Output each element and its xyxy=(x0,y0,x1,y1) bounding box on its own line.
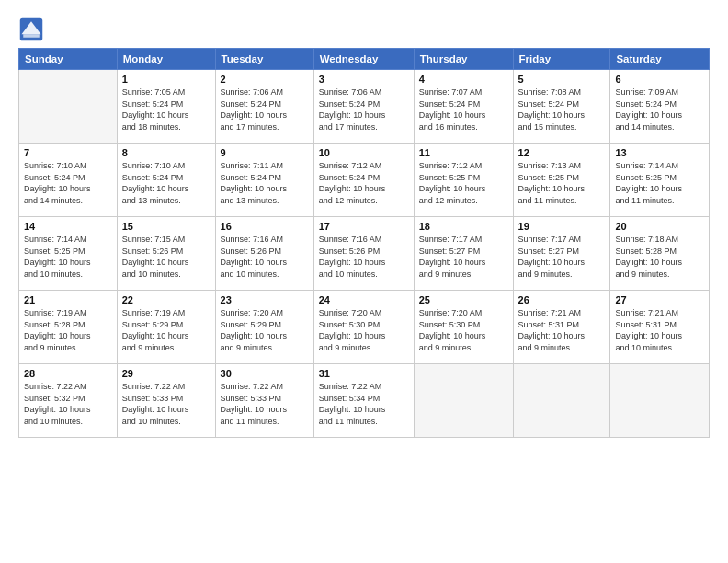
day-number: 26 xyxy=(518,294,606,305)
calendar-cell: 2Sunrise: 7:06 AM Sunset: 5:24 PM Daylig… xyxy=(215,70,313,144)
calendar-cell: 6Sunrise: 7:09 AM Sunset: 5:24 PM Daylig… xyxy=(610,70,710,144)
day-info: Sunrise: 7:20 AM Sunset: 5:30 PM Dayligh… xyxy=(319,307,409,353)
calendar-cell: 16Sunrise: 7:16 AM Sunset: 5:26 PM Dayli… xyxy=(215,217,313,291)
calendar-cell: 17Sunrise: 7:16 AM Sunset: 5:26 PM Dayli… xyxy=(313,217,414,291)
header xyxy=(18,17,710,42)
calendar-cell: 9Sunrise: 7:11 AM Sunset: 5:24 PM Daylig… xyxy=(215,144,313,217)
calendar-cell: 15Sunrise: 7:15 AM Sunset: 5:26 PM Dayli… xyxy=(117,217,215,291)
day-number: 16 xyxy=(221,221,309,232)
day-info: Sunrise: 7:12 AM Sunset: 5:25 PM Dayligh… xyxy=(419,160,508,206)
calendar-cell: 31Sunrise: 7:22 AM Sunset: 5:34 PM Dayli… xyxy=(313,364,414,438)
day-info: Sunrise: 7:22 AM Sunset: 5:33 PM Dayligh… xyxy=(221,381,309,427)
day-number: 11 xyxy=(419,147,508,158)
day-info: Sunrise: 7:20 AM Sunset: 5:29 PM Dayligh… xyxy=(221,307,309,353)
day-info: Sunrise: 7:10 AM Sunset: 5:24 PM Dayligh… xyxy=(122,160,210,206)
calendar-cell: 26Sunrise: 7:21 AM Sunset: 5:31 PM Dayli… xyxy=(513,291,610,364)
day-info: Sunrise: 7:08 AM Sunset: 5:24 PM Dayligh… xyxy=(518,86,606,132)
calendar-cell: 7Sunrise: 7:10 AM Sunset: 5:24 PM Daylig… xyxy=(19,144,118,217)
calendar-week-2: 7Sunrise: 7:10 AM Sunset: 5:24 PM Daylig… xyxy=(19,144,710,217)
day-number: 8 xyxy=(122,147,210,158)
col-header-monday: Monday xyxy=(117,49,215,70)
day-info: Sunrise: 7:10 AM Sunset: 5:24 PM Dayligh… xyxy=(24,160,112,206)
day-number: 3 xyxy=(319,74,409,85)
day-number: 9 xyxy=(221,147,309,158)
day-info: Sunrise: 7:09 AM Sunset: 5:24 PM Dayligh… xyxy=(615,86,704,132)
day-info: Sunrise: 7:06 AM Sunset: 5:24 PM Dayligh… xyxy=(221,86,309,132)
day-info: Sunrise: 7:17 AM Sunset: 5:27 PM Dayligh… xyxy=(518,234,606,280)
day-number: 12 xyxy=(518,147,606,158)
day-number: 31 xyxy=(319,368,409,379)
calendar-cell: 27Sunrise: 7:21 AM Sunset: 5:31 PM Dayli… xyxy=(610,291,710,364)
day-number: 20 xyxy=(615,221,704,232)
calendar-cell: 22Sunrise: 7:19 AM Sunset: 5:29 PM Dayli… xyxy=(117,291,215,364)
col-header-wednesday: Wednesday xyxy=(313,49,414,70)
day-info: Sunrise: 7:16 AM Sunset: 5:26 PM Dayligh… xyxy=(319,234,409,280)
col-header-sunday: Sunday xyxy=(19,49,118,70)
day-number: 14 xyxy=(24,221,112,232)
calendar-cell: 25Sunrise: 7:20 AM Sunset: 5:30 PM Dayli… xyxy=(414,291,513,364)
day-number: 4 xyxy=(419,74,508,85)
day-number: 24 xyxy=(319,294,409,305)
day-number: 7 xyxy=(24,147,112,158)
day-info: Sunrise: 7:05 AM Sunset: 5:24 PM Dayligh… xyxy=(122,86,210,132)
day-number: 28 xyxy=(24,368,112,379)
svg-rect-2 xyxy=(23,34,40,38)
day-number: 19 xyxy=(518,221,606,232)
day-number: 17 xyxy=(319,221,409,232)
col-header-tuesday: Tuesday xyxy=(215,49,313,70)
day-number: 27 xyxy=(615,294,704,305)
calendar-cell: 23Sunrise: 7:20 AM Sunset: 5:29 PM Dayli… xyxy=(215,291,313,364)
calendar-cell: 24Sunrise: 7:20 AM Sunset: 5:30 PM Dayli… xyxy=(313,291,414,364)
col-header-thursday: Thursday xyxy=(414,49,513,70)
day-info: Sunrise: 7:20 AM Sunset: 5:30 PM Dayligh… xyxy=(419,307,508,353)
calendar-cell xyxy=(19,70,118,144)
calendar-cell: 3Sunrise: 7:06 AM Sunset: 5:24 PM Daylig… xyxy=(313,70,414,144)
day-info: Sunrise: 7:16 AM Sunset: 5:26 PM Dayligh… xyxy=(221,234,309,280)
calendar-cell: 12Sunrise: 7:13 AM Sunset: 5:25 PM Dayli… xyxy=(513,144,610,217)
day-info: Sunrise: 7:18 AM Sunset: 5:28 PM Dayligh… xyxy=(615,234,704,280)
logo xyxy=(18,17,48,42)
page: SundayMondayTuesdayWednesdayThursdayFrid… xyxy=(0,0,728,563)
calendar-cell: 11Sunrise: 7:12 AM Sunset: 5:25 PM Dayli… xyxy=(414,144,513,217)
day-info: Sunrise: 7:21 AM Sunset: 5:31 PM Dayligh… xyxy=(518,307,606,353)
day-info: Sunrise: 7:22 AM Sunset: 5:33 PM Dayligh… xyxy=(122,381,210,427)
logo-icon xyxy=(18,17,44,42)
day-info: Sunrise: 7:19 AM Sunset: 5:29 PM Dayligh… xyxy=(122,307,210,353)
day-info: Sunrise: 7:14 AM Sunset: 5:25 PM Dayligh… xyxy=(615,160,704,206)
day-number: 6 xyxy=(615,74,704,85)
day-number: 23 xyxy=(221,294,309,305)
day-number: 13 xyxy=(615,147,704,158)
day-info: Sunrise: 7:17 AM Sunset: 5:27 PM Dayligh… xyxy=(419,234,508,280)
calendar-cell: 10Sunrise: 7:12 AM Sunset: 5:24 PM Dayli… xyxy=(313,144,414,217)
day-info: Sunrise: 7:22 AM Sunset: 5:34 PM Dayligh… xyxy=(319,381,409,427)
day-info: Sunrise: 7:15 AM Sunset: 5:26 PM Dayligh… xyxy=(122,234,210,280)
calendar-week-1: 1Sunrise: 7:05 AM Sunset: 5:24 PM Daylig… xyxy=(19,70,710,144)
calendar-week-3: 14Sunrise: 7:14 AM Sunset: 5:25 PM Dayli… xyxy=(19,217,710,291)
col-header-friday: Friday xyxy=(513,49,610,70)
calendar-cell: 4Sunrise: 7:07 AM Sunset: 5:24 PM Daylig… xyxy=(414,70,513,144)
calendar-week-5: 28Sunrise: 7:22 AM Sunset: 5:32 PM Dayli… xyxy=(19,364,710,438)
calendar-cell: 5Sunrise: 7:08 AM Sunset: 5:24 PM Daylig… xyxy=(513,70,610,144)
day-info: Sunrise: 7:07 AM Sunset: 5:24 PM Dayligh… xyxy=(419,86,508,132)
calendar-cell: 20Sunrise: 7:18 AM Sunset: 5:28 PM Dayli… xyxy=(610,217,710,291)
day-info: Sunrise: 7:12 AM Sunset: 5:24 PM Dayligh… xyxy=(319,160,409,206)
calendar-cell: 29Sunrise: 7:22 AM Sunset: 5:33 PM Dayli… xyxy=(117,364,215,438)
day-info: Sunrise: 7:22 AM Sunset: 5:32 PM Dayligh… xyxy=(24,381,112,427)
calendar-cell xyxy=(414,364,513,438)
calendar-cell: 19Sunrise: 7:17 AM Sunset: 5:27 PM Dayli… xyxy=(513,217,610,291)
day-number: 21 xyxy=(24,294,112,305)
day-info: Sunrise: 7:11 AM Sunset: 5:24 PM Dayligh… xyxy=(221,160,309,206)
calendar-cell: 18Sunrise: 7:17 AM Sunset: 5:27 PM Dayli… xyxy=(414,217,513,291)
day-number: 29 xyxy=(122,368,210,379)
day-info: Sunrise: 7:13 AM Sunset: 5:25 PM Dayligh… xyxy=(518,160,606,206)
day-number: 25 xyxy=(419,294,508,305)
calendar-cell: 21Sunrise: 7:19 AM Sunset: 5:28 PM Dayli… xyxy=(19,291,118,364)
calendar-cell: 28Sunrise: 7:22 AM Sunset: 5:32 PM Dayli… xyxy=(19,364,118,438)
calendar-cell: 1Sunrise: 7:05 AM Sunset: 5:24 PM Daylig… xyxy=(117,70,215,144)
day-info: Sunrise: 7:14 AM Sunset: 5:25 PM Dayligh… xyxy=(24,234,112,280)
day-number: 15 xyxy=(122,221,210,232)
day-number: 1 xyxy=(122,74,210,85)
day-number: 10 xyxy=(319,147,409,158)
calendar-cell: 13Sunrise: 7:14 AM Sunset: 5:25 PM Dayli… xyxy=(610,144,710,217)
day-number: 5 xyxy=(518,74,606,85)
